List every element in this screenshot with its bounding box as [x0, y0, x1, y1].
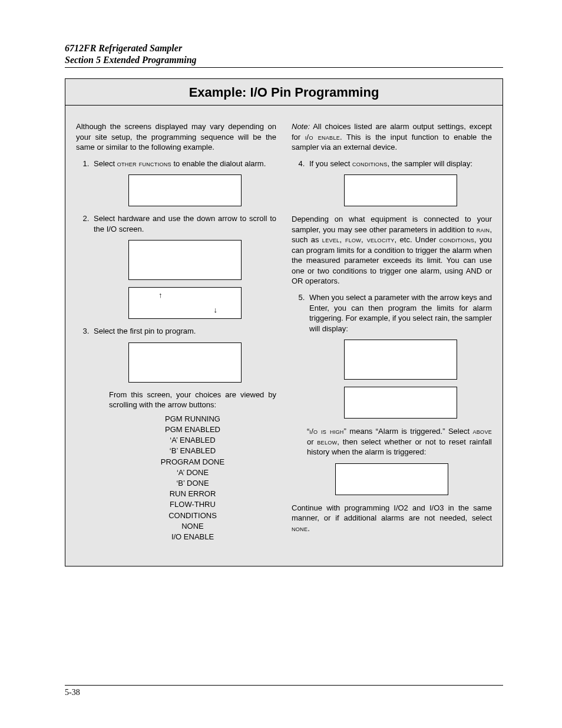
example-title: Example: I/O Pin Programming: [65, 79, 503, 106]
step-4-smallcaps: conditions: [352, 159, 388, 168]
screen-box-5a: [344, 340, 457, 380]
after5-sc3: below: [317, 437, 337, 446]
arrow-up-icon: ↑: [158, 290, 163, 301]
after5-sc2: above: [472, 427, 492, 436]
choice-list: PGM RUNNING PGM ENABLED ‘A’ ENABLED ‘B’ …: [109, 414, 276, 542]
closing-a: Continue with programming I/O2 and I/O3 …: [292, 503, 492, 523]
step-3: Select the first pin to program. From th…: [91, 326, 276, 542]
step-3-text: Select the first pin to program.: [94, 327, 196, 335]
choice-item: PGM ENABLED: [109, 424, 276, 435]
screen-box-6: [335, 463, 448, 495]
after4-sc2: level, flow, velocity: [322, 235, 395, 244]
page: 6712FR Refrigerated Sampler Section 5 Ex…: [0, 0, 562, 728]
left-column: Although the screens displayed may vary …: [76, 114, 276, 548]
step-2: Select hardware and use the down arrow t…: [91, 213, 276, 319]
header-line-2: Section 5 Extended Programming: [65, 54, 503, 66]
screen-box-5b: [344, 387, 457, 419]
choice-item: I/O ENABLE: [109, 532, 276, 542]
step-3-after: From this screen, your choices are viewe…: [94, 390, 276, 542]
choice-item: ‘A’ ENABLED: [109, 435, 276, 446]
after4-sc3: conditions: [439, 235, 475, 244]
two-column-layout: Although the screens displayed may vary …: [65, 114, 503, 548]
step-1-text-a: Select: [94, 159, 117, 168]
steps-right: If you select conditions, the sampler wi…: [292, 159, 492, 207]
screen-box-2a: [128, 240, 242, 280]
example-box: Example: I/O Pin Programming Although th…: [65, 78, 503, 566]
step-4-text-b: , the sampler will display:: [388, 159, 473, 168]
step-1: Select other functions to enable the dia…: [91, 159, 276, 207]
screen-box-3: [128, 342, 242, 383]
step-1-smallcaps: other functions: [117, 159, 171, 168]
after-3-text: From this screen, your choices are viewe…: [109, 390, 276, 410]
step-5: When you select a parameter with the arr…: [307, 292, 492, 419]
choice-item: PROGRAM DONE: [109, 457, 276, 467]
after5-b: ” means “Alarm is triggered.” Select: [344, 427, 473, 436]
page-number: 5-38: [65, 685, 503, 697]
choice-item: ‘A’ DONE: [109, 467, 276, 478]
choice-item: PGM RUNNING: [109, 414, 276, 424]
intro-paragraph: Although the screens displayed may vary …: [76, 121, 276, 153]
after4-c: , etc. Under: [395, 235, 439, 244]
choice-item: FLOW-THRU: [109, 499, 276, 510]
after5-sc1: i/o is high: [309, 427, 343, 436]
step-5-text: When you select a parameter with the arr…: [309, 293, 492, 333]
header-line-1: 6712FR Refrigerated Sampler: [65, 42, 503, 54]
choice-item: NONE: [109, 521, 276, 532]
steps-left: Select other functions to enable the dia…: [76, 159, 276, 543]
note-label: Note:: [292, 122, 310, 131]
after-5-paragraph: “i/o is high” means “Alarm is triggered.…: [292, 426, 492, 457]
note-paragraph: Note: All choices listed are alarm outpu…: [292, 121, 492, 153]
step-4: If you select conditions, the sampler wi…: [307, 159, 492, 207]
steps-right-5: When you select a parameter with the arr…: [292, 292, 492, 419]
after-4-paragraph: Depending on what equipment is connected…: [292, 214, 492, 286]
choice-item: ‘B’ DONE: [109, 478, 276, 489]
arrow-down-icon: ↓: [214, 305, 218, 315]
after4-sc1: rain: [477, 225, 490, 234]
closing-b: .: [308, 524, 310, 533]
right-column: Note: All choices listed are alarm outpu…: [292, 114, 492, 548]
step-1-text-b: to enable the dialout alarm.: [171, 159, 266, 168]
running-header: 6712FR Refrigerated Sampler Section 5 Ex…: [65, 42, 503, 68]
after5-c: or: [307, 437, 317, 446]
after4-a: Depending on what equipment is connected…: [292, 215, 492, 234]
screen-box-4: [344, 174, 457, 206]
step-2-text: Select hardware and use the down arrow t…: [94, 214, 276, 233]
screen-box-1: [128, 174, 242, 206]
closing-sc: none: [292, 524, 308, 533]
step-4-text-a: If you select: [309, 159, 352, 168]
choice-item: RUN ERROR: [109, 489, 276, 499]
note-smallcaps: i/o enable: [305, 133, 340, 141]
closing-paragraph: Continue with programming I/O2 and I/O3 …: [292, 503, 492, 534]
screen-box-2b: ↑ ↓: [128, 287, 242, 319]
choice-item: ‘B’ ENABLED: [109, 446, 276, 456]
choice-item: CONDITIONS: [109, 510, 276, 521]
